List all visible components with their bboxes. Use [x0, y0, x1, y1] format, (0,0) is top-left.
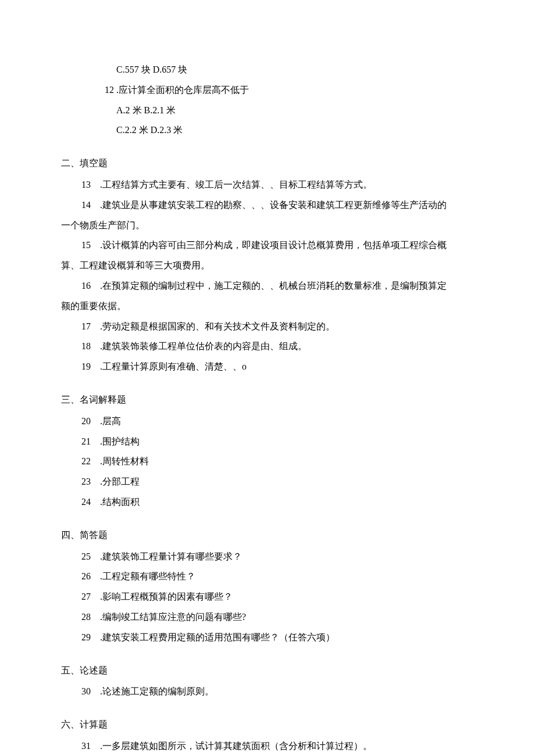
q12-stem: 12 .应计算全面积的仓库层高不低于 [61, 82, 471, 99]
q13: 13 .工程结算方式主要有、竣工后一次结算、、目标工程结算等方式。 [61, 177, 471, 194]
q17: 17 .劳动定额是根据国家的、和有关技术文件及资料制定的。 [61, 318, 471, 335]
q26: 26 .工程定额有哪些特性？ [61, 568, 471, 585]
q31: 31 .一多层建筑如图所示，试计算其建筑面积（含分析和计算过程）。 [61, 738, 471, 755]
q19: 19 .工程量计算原则有准确、清楚、、o [61, 359, 471, 375]
section-2-title: 二、填空题 [61, 155, 471, 172]
section-3-title: 三、名词解释题 [61, 392, 471, 409]
section-5-title: 五、论述题 [61, 662, 471, 679]
q15-line1: 15 .设计概算的内容可由三部分构成，即建设项目设计总概算费用，包括单项工程综合… [61, 237, 471, 254]
q20: 20 .层高 [61, 413, 471, 430]
section-6-title: 六、计算题 [61, 716, 471, 733]
q11-option-cd: C.557 块 D.657 块 [61, 62, 471, 78]
q23: 23 .分部工程 [61, 474, 471, 490]
q28: 28 .编制竣工结算应注意的问题有哪些? [61, 609, 471, 626]
section-4-title: 四、简答题 [61, 527, 471, 544]
q18: 18 .建筑装饰装修工程单位估价表的内容是由、组成。 [61, 338, 471, 355]
q16-line2: 额的重要依据。 [61, 298, 471, 315]
q15-line2: 算、工程建设概算和等三大项费用。 [61, 257, 471, 274]
q14-line2: 一个物质生产部门。 [61, 217, 471, 234]
q12-text: .应计算全面积的仓库层高不低于 [116, 85, 249, 95]
q12-option-ab: A.2 米 B.2.1 米 [61, 102, 471, 119]
document-page: C.557 块 D.657 块 12 .应计算全面积的仓库层高不低于 A.2 米… [0, 0, 535, 756]
q16-line1: 16 .在预算定额的编制过程中，施工定额的、、机械台班消耗的数量标准，是编制预算… [61, 278, 471, 295]
q27: 27 .影响工程概预算的因素有哪些？ [61, 589, 471, 605]
q12-number: 12 [105, 85, 114, 95]
q29: 29 .建筑安装工程费用定额的适用范围有哪些？（任答六项） [61, 629, 471, 646]
q22: 22 .周转性材料 [61, 453, 471, 470]
q24: 24 .结构面积 [61, 494, 471, 511]
q30: 30 .论述施工定额的编制原则。 [61, 683, 471, 700]
q14-line1: 14 .建筑业是从事建筑安装工程的勘察、、、设备安装和建筑工程更新维修等生产活动… [61, 197, 471, 214]
q25: 25 .建筑装饰工程量计算有哪些要求？ [61, 549, 471, 565]
q12-option-cd: C.2.2 米 D.2.3 米 [61, 122, 471, 139]
q21: 21 .围护结构 [61, 433, 471, 450]
